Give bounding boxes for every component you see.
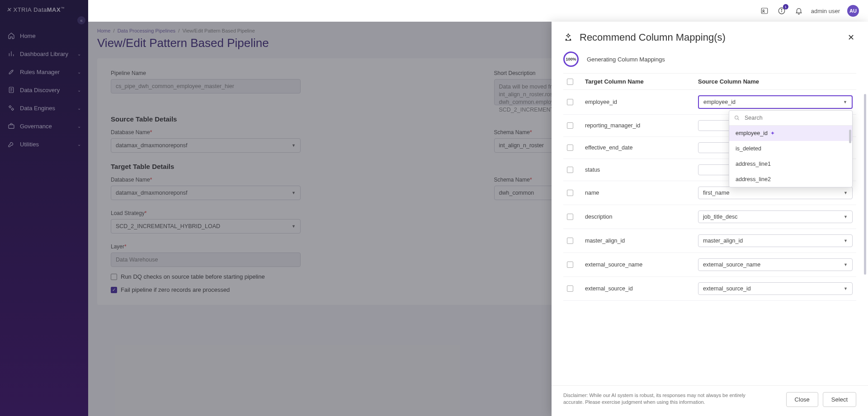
target-column-cell: master_align_id [585, 238, 698, 244]
mapping-row: external_source_idexternal_source_id▼ [563, 277, 856, 301]
mapping-row: master_align_idmaster_align_id▼ [563, 229, 856, 253]
close-button[interactable]: Close [786, 392, 818, 407]
topbar: 1 admin user AU [88, 0, 868, 22]
user-name: admin user [811, 8, 840, 14]
th-target: Target Column Name [585, 78, 698, 85]
close-icon[interactable]: ✕ [846, 31, 856, 44]
target-column-cell: reporting_manager_id [585, 122, 698, 129]
target-column-cell: description [585, 214, 698, 220]
panel-title: Recommend Column Mapping(s) [580, 32, 726, 43]
panel-scrollbar[interactable] [864, 94, 866, 275]
dropdown-option[interactable]: address_line1 [729, 156, 852, 172]
source-column-select[interactable]: first_name▼ [698, 187, 853, 199]
svg-rect-10 [761, 8, 768, 14]
dropdown-option[interactable]: employee_id ✦ [729, 126, 852, 141]
profile-card-icon[interactable] [760, 6, 769, 16]
dropdown-option[interactable]: is_deleted [729, 141, 852, 156]
svg-line-18 [738, 119, 739, 120]
search-icon [734, 115, 740, 121]
dropdown-search-input[interactable] [744, 114, 848, 122]
chevron-down-icon: ▼ [844, 238, 848, 243]
chevron-down-icon: ▼ [844, 262, 848, 267]
dropdown-scrollbar[interactable] [849, 130, 851, 143]
chevron-down-icon: ▼ [844, 191, 848, 195]
mapping-row: descriptionjob_title_desc▼ [563, 205, 856, 229]
target-column-cell: external_source_name [585, 262, 698, 268]
row-checkbox[interactable] [567, 214, 573, 220]
chevron-down-icon: ▼ [844, 215, 848, 219]
row-checkbox[interactable] [567, 167, 573, 173]
recommend-mapping-panel: Recommend Column Mapping(s) ✕ 100% Gener… [552, 22, 868, 416]
svg-point-14 [781, 9, 782, 10]
disclaimer-text: Disclaimer: While our AI system is robus… [563, 392, 758, 406]
ai-sparkle-icon [563, 33, 573, 42]
svg-point-16 [570, 39, 571, 40]
chevron-down-icon: ▼ [843, 100, 847, 104]
svg-point-17 [735, 116, 738, 119]
source-column-select[interactable]: employee_id▼ [698, 95, 853, 109]
row-checkbox[interactable] [567, 238, 573, 244]
progress-ring: 100% [563, 51, 579, 67]
row-checkbox[interactable] [567, 99, 573, 105]
chevron-down-icon: ▼ [844, 286, 848, 291]
ai-suggestion-icon: ✦ [770, 130, 775, 136]
info-badge: 1 [783, 4, 788, 9]
target-column-cell: employee_id [585, 99, 698, 105]
row-checkbox[interactable] [567, 190, 573, 196]
select-all-checkbox[interactable] [567, 79, 573, 85]
mapping-row: external_source_nameexternal_source_name… [563, 253, 856, 277]
row-checkbox[interactable] [567, 122, 573, 129]
source-column-select[interactable]: job_title_desc▼ [698, 210, 853, 223]
source-column-select[interactable]: master_align_id▼ [698, 234, 853, 247]
progress-label: Generating Column Mappings [587, 56, 665, 63]
svg-point-11 [763, 10, 764, 11]
row-checkbox[interactable] [567, 145, 573, 151]
mapping-table: Target Column Name Source Column Name em… [552, 73, 868, 385]
th-source: Source Column Name [698, 78, 853, 85]
avatar[interactable]: AU [847, 5, 859, 17]
target-column-cell: status [585, 167, 698, 173]
select-button[interactable]: Select [823, 392, 856, 407]
dropdown-option[interactable]: address_line2 [729, 172, 852, 187]
info-icon[interactable]: 1 [777, 6, 787, 16]
target-column-cell: name [585, 190, 698, 196]
row-checkbox[interactable] [567, 285, 573, 292]
bell-icon[interactable] [794, 6, 804, 16]
source-column-dropdown: employee_id ✦is_deletedaddress_line1addr… [729, 110, 853, 187]
target-column-cell: external_source_id [585, 285, 698, 292]
svg-point-15 [566, 39, 566, 40]
row-checkbox[interactable] [567, 262, 573, 268]
target-column-cell: effective_end_date [585, 145, 698, 151]
source-column-select[interactable]: external_source_id▼ [698, 282, 853, 295]
source-column-select[interactable]: external_source_name▼ [698, 258, 853, 271]
